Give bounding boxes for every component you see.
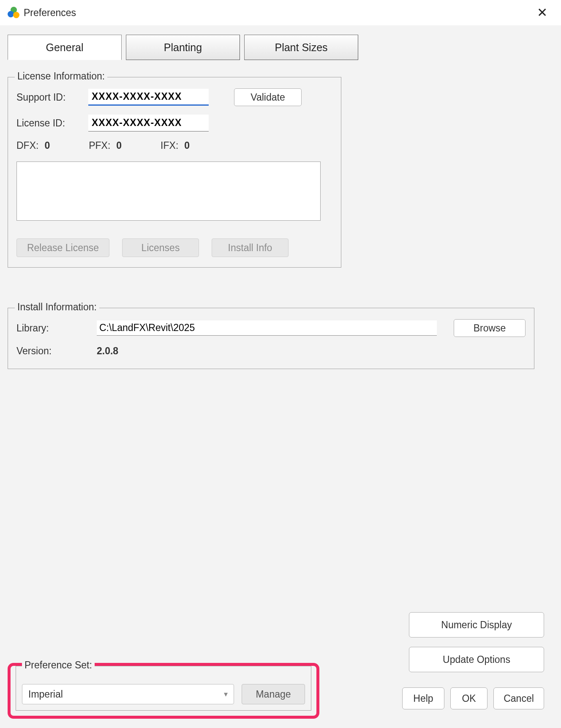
dfx-value: 0	[44, 140, 50, 151]
support-id-input[interactable]	[88, 89, 209, 106]
library-label: Library:	[16, 323, 97, 334]
close-icon[interactable]: ✕	[531, 4, 553, 22]
dfx-label: DFX:	[16, 140, 38, 151]
window-title: Preferences	[24, 7, 76, 19]
tab-plant-sizes[interactable]: Plant Sizes	[244, 35, 358, 60]
side-buttons: Numeric Display Update Options	[409, 612, 544, 672]
titlebar: Preferences ✕	[0, 0, 561, 25]
support-id-label: Support ID:	[16, 92, 88, 103]
dialog-footer-buttons: Help OK Cancel	[402, 687, 544, 709]
preference-set-combobox[interactable]: Imperial ▾	[22, 684, 234, 704]
version-value: 2.0.8	[97, 345, 118, 357]
license-message-box	[16, 161, 321, 221]
license-id-input[interactable]	[88, 115, 209, 131]
ifx-label: IFX:	[161, 140, 178, 151]
tabstrip: General Planting Plant Sizes	[8, 35, 553, 60]
license-counts: DFX:0 PFX:0 IFX:0	[16, 140, 332, 151]
preference-set-selected: Imperial	[28, 689, 63, 700]
install-info-button[interactable]: Install Info	[212, 238, 289, 257]
validate-button[interactable]: Validate	[234, 88, 302, 106]
preference-set-highlight: Preference Set: Imperial ▾ Manage	[8, 663, 319, 719]
update-options-button[interactable]: Update Options	[409, 647, 544, 672]
ifx-value: 0	[184, 140, 190, 151]
tab-general[interactable]: General	[8, 35, 122, 60]
manage-button[interactable]: Manage	[242, 684, 305, 704]
version-label: Version:	[16, 345, 97, 357]
chevron-down-icon: ▾	[224, 690, 228, 699]
ok-button[interactable]: OK	[450, 687, 487, 709]
cancel-button[interactable]: Cancel	[493, 687, 544, 709]
help-button[interactable]: Help	[402, 687, 444, 709]
preference-set-group: Preference Set: Imperial ▾ Manage	[16, 666, 311, 711]
pfx-label: PFX:	[89, 140, 110, 151]
numeric-display-button[interactable]: Numeric Display	[409, 612, 544, 638]
app-icon	[8, 7, 19, 19]
install-information-group: Install Information: Library: Browse Ver…	[8, 308, 534, 369]
license-information-group: License Information: Support ID: Validat…	[8, 77, 341, 268]
dialog-body: General Planting Plant Sizes License Inf…	[0, 25, 561, 728]
install-information-legend: Install Information:	[15, 301, 99, 313]
license-id-label: License ID:	[16, 118, 88, 129]
pfx-value: 0	[116, 140, 122, 151]
license-information-legend: License Information:	[15, 71, 107, 82]
licenses-button[interactable]: Licenses	[122, 238, 199, 257]
release-license-button[interactable]: Release License	[16, 238, 109, 257]
browse-button[interactable]: Browse	[454, 319, 526, 337]
tab-planting[interactable]: Planting	[126, 35, 240, 60]
library-path-input[interactable]	[97, 320, 437, 336]
preference-set-legend: Preference Set:	[22, 660, 95, 671]
